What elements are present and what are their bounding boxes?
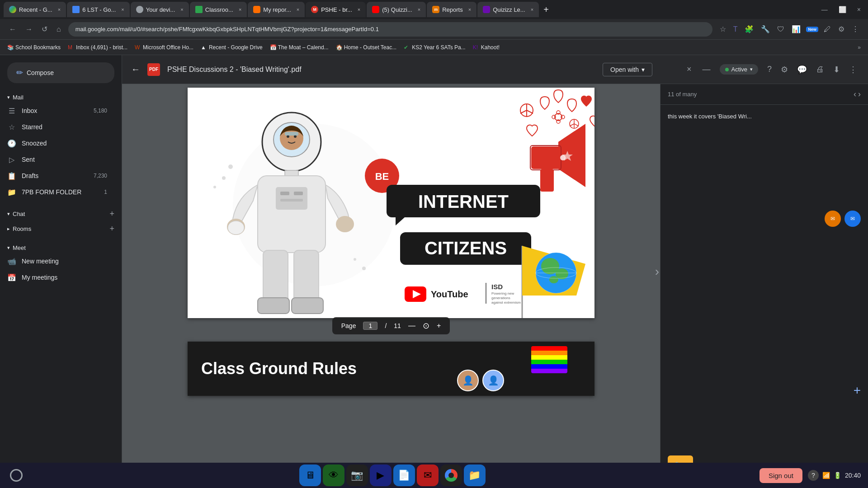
pdf-page-toolbar: Page / 11 — ⊙ + <box>332 317 450 334</box>
pdf-close-button[interactable]: × <box>685 63 693 76</box>
ext-1[interactable]: 🧩 <box>743 23 755 35</box>
zoom-out-button[interactable]: — <box>408 322 415 330</box>
tab-reports-my[interactable]: My repor... × <box>248 2 305 17</box>
taskbar-app-camera[interactable]: 📷 <box>346 465 368 486</box>
tab-close-8[interactable]: × <box>468 7 471 12</box>
new-tab-button[interactable]: + <box>540 3 552 17</box>
docs-icon: 📄 <box>398 469 410 481</box>
tab-youtube[interactable]: (5) Quizzi... × <box>367 2 426 17</box>
question-icon[interactable]: ? <box>808 470 819 481</box>
ext-2[interactable]: 🔧 <box>759 23 772 35</box>
svg-point-25 <box>362 267 366 270</box>
window-minimize[interactable]: — <box>818 4 831 15</box>
tab-docs[interactable]: 6 LST - Go... × <box>67 2 130 17</box>
reload-button[interactable]: ↺ <box>40 23 49 35</box>
tab-close-6[interactable]: × <box>358 7 360 12</box>
sidebar-item-sent[interactable]: ▷ Sent <box>0 151 114 168</box>
sidebar-item-starred[interactable]: ☆ Starred <box>0 119 114 135</box>
sign-out-button[interactable]: Sign out <box>760 468 802 483</box>
sidebar-item-inbox[interactable]: ☰ Inbox 5,180 <box>0 103 114 119</box>
pdf-minimize-button[interactable]: — <box>701 63 712 76</box>
tab-close-1[interactable]: × <box>58 7 61 12</box>
taskbar-app-play[interactable]: ▶ <box>370 465 392 486</box>
pdf-back-button[interactable]: ← <box>131 64 140 75</box>
sidebar-rooms-section[interactable]: ▸ Rooms + <box>0 221 122 235</box>
tab-quizizz[interactable]: Quizizz Le... × <box>477 2 539 17</box>
sidebar-item-my-meetings[interactable]: 📅 My meetings <box>0 269 114 286</box>
tab-close-3[interactable]: × <box>180 7 183 12</box>
tab-classroom[interactable]: Classroo... × <box>190 2 247 17</box>
pdf-comment-button[interactable]: 💬 <box>795 63 809 76</box>
bookmark-icon[interactable]: ☆ <box>718 23 728 35</box>
zoom-fit-button[interactable]: ⊙ <box>423 321 429 331</box>
sidebar-chat-section[interactable]: ▾ Chat + <box>0 206 122 221</box>
taskbar-app-gmail[interactable]: ✉ <box>417 465 439 486</box>
tab-device[interactable]: Your devi... × <box>131 2 189 17</box>
svg-point-24 <box>354 258 356 261</box>
pdf-settings-button[interactable]: ⚙ <box>779 63 790 76</box>
tab-close-2[interactable]: × <box>121 7 124 12</box>
ext-3[interactable]: 🛡 <box>775 23 786 35</box>
email-add-button[interactable]: + <box>854 383 861 398</box>
back-button[interactable]: ← <box>7 23 18 35</box>
sidebar-item-snoozed[interactable]: 🕐 Snoozed <box>0 135 114 151</box>
pdf-pages-panel: BE INTERNET CITIZENS <box>122 84 660 488</box>
ext-teams[interactable]: T <box>731 23 740 35</box>
email-prev-button[interactable]: ‹ <box>854 89 856 99</box>
taskbar-app-chrome[interactable] <box>440 465 462 486</box>
folder-icon: 📁 <box>7 188 16 197</box>
launcher-button[interactable] <box>7 466 25 484</box>
taskbar-app-folder[interactable]: 📁 <box>464 465 486 486</box>
pdf-print-button[interactable]: 🖨 <box>814 63 826 76</box>
pdf-help-button[interactable]: ? <box>765 63 774 76</box>
pdf-next-page-right[interactable]: › <box>655 264 659 279</box>
tab-close-4[interactable]: × <box>239 7 241 12</box>
ext-settings[interactable]: ⚙ <box>836 23 846 35</box>
bookmark-outset[interactable]: 🏠 Home - Outset Teac... <box>336 44 397 51</box>
compose-button[interactable]: ✏ Compose <box>7 62 114 83</box>
ext-5[interactable]: 🖊 <box>822 23 833 35</box>
taskbar-app-docs[interactable]: 📄 <box>393 465 415 486</box>
page-number-input[interactable] <box>363 322 377 330</box>
bookmarks-more[interactable]: » <box>858 44 861 51</box>
taskbar-right: Sign out ? 📶 🔋 20:40 <box>760 468 861 483</box>
sidebar-item-folder[interactable]: 📁 7PB FORM FOLDER 1 <box>0 184 114 200</box>
tab-recent-drive[interactable]: Recent - G... × <box>4 2 66 17</box>
bookmark-inbox[interactable]: M Inbox (4,691) - brist... <box>68 44 127 51</box>
window-close[interactable]: × <box>854 4 864 15</box>
svg-point-15 <box>336 216 354 232</box>
tab-close-5[interactable]: × <box>297 7 299 12</box>
window-maximize[interactable]: ⬜ <box>835 4 850 15</box>
pdf-download-button[interactable]: ⬇ <box>831 63 842 76</box>
taskbar-app-eye[interactable]: 👁 <box>323 465 344 486</box>
taskbar-app-files[interactable]: 🖥 <box>299 465 321 486</box>
sidebar-meet-section[interactable]: ▾ Meet <box>0 241 122 253</box>
tab-close-9[interactable]: × <box>531 7 533 12</box>
sidebar-mail-section[interactable]: ▾ Mail <box>0 90 122 103</box>
bookmark-school[interactable]: 📚 School Bookmarks <box>7 44 61 51</box>
bookmark-gdrive[interactable]: ▲ Recent - Google Drive <box>201 44 263 51</box>
tab-close-7[interactable]: × <box>418 7 420 12</box>
address-input[interactable] <box>68 22 712 37</box>
pdf-more-button[interactable]: ⋮ <box>847 63 859 76</box>
email-right-panel: 11 of many ‹ › this week it covers 'Bias… <box>660 84 868 488</box>
tab-pshe[interactable]: M PSHE - br... × <box>306 2 366 17</box>
forward-button[interactable]: → <box>24 23 34 35</box>
bookmark-msoffice[interactable]: W Microsoft Office Ho... <box>135 44 193 51</box>
email-next-button[interactable]: › <box>858 89 861 99</box>
bookmark-sats[interactable]: ✔ KS2 Year 6 SATs Pa... <box>404 44 466 51</box>
sidebar-item-new-meeting[interactable]: 📹 New meeting <box>0 253 114 269</box>
svg-point-23 <box>228 164 233 169</box>
tab-reports[interactable]: m Reports × <box>427 2 476 17</box>
ext-menu[interactable]: ⋮ <box>850 23 861 35</box>
zoom-in-button[interactable]: + <box>437 322 441 330</box>
rooms-add-button[interactable]: + <box>109 224 114 234</box>
bookmark-moat[interactable]: 📅 The Moat – Calend... <box>270 44 329 51</box>
home-button[interactable]: ⌂ <box>55 23 63 35</box>
starred-icon: ☆ <box>7 123 16 131</box>
sidebar-item-drafts[interactable]: 📋 Drafts 7,230 <box>0 168 114 184</box>
bookmark-kahoot[interactable]: K! Kahoot! <box>473 44 500 51</box>
chat-add-button[interactable]: + <box>109 209 114 219</box>
ext-4[interactable]: 📊 <box>790 23 802 35</box>
open-with-button[interactable]: Open with ▾ <box>603 63 652 76</box>
